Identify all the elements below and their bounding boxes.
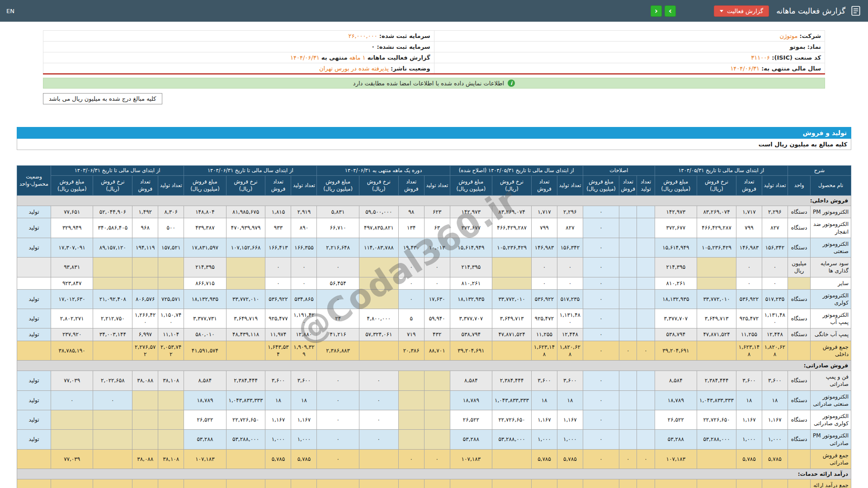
nav-forward-button[interactable]: › <box>665 5 676 17</box>
value-cell <box>226 258 265 277</box>
value-cell: ۱۰۷,۱۵۲,۶۶۸ <box>226 238 265 257</box>
product-name-cell: الکتروموتور صنعتی <box>811 238 851 257</box>
total-row: جمع فروش صادراتی۵,۷۸۵۵,۷۸۵۱۰۷,۱۸۳۰۰۰۵,۷۸… <box>17 449 851 469</box>
value-cell: ۴,۸۰۰,۰۰۰ <box>359 309 398 328</box>
value-cell <box>697 479 736 488</box>
value-cell: ۵,۷۸۵ <box>531 449 557 469</box>
measure-column-header: تعداد فروش <box>132 176 158 196</box>
value-cell: ۲۲,۷۲۶,۶۵۰ <box>226 410 265 429</box>
value-cell: ۸۹,۱۵۷,۱۲۰ <box>93 238 132 257</box>
value-cell: ۰ <box>317 430 359 449</box>
value-cell: ۱۰۷,۱۸۳ <box>184 449 226 469</box>
measure-column-header: تعداد تولید <box>291 176 317 196</box>
product-row: الکتروموتور PMدستگاه۲,۲۹۶۱,۷۱۷۸۳,۲۶۹,۰۷۴… <box>17 206 851 218</box>
section-title-bar: تولید و فروش <box>17 127 851 139</box>
signature-status-bar: i اطلاعات نمایش داده شده با اطلاعات امضا… <box>43 78 825 89</box>
value-cell: ۰ <box>762 258 788 277</box>
value-cell <box>637 206 655 218</box>
status-cell: تولید <box>17 309 51 328</box>
value-cell <box>424 410 450 429</box>
value-cell: ۵۳۴,۸۶۵ <box>291 289 317 309</box>
product-row: الکتروموتور کولریدستگاه۵۱۷,۲۳۵۵۳۶,۹۲۲۳۳,… <box>17 289 851 309</box>
value-cell <box>492 449 532 469</box>
value-cell: ۰ <box>583 371 619 390</box>
product-row: سود سرمایه گذاری هامیلیون ریال۰۰۲۱۴,۳۹۵۰… <box>17 258 851 277</box>
value-cell <box>424 390 450 410</box>
value-cell: ۵۳۶,۹۲۲ <box>265 289 291 309</box>
value-cell <box>398 371 424 390</box>
info-row: کد صنعت (ISIC): ۳۱۱۰۰۶ گزارش فعالیت ماها… <box>43 52 825 63</box>
production-table-container: شرحاز ابتدای سال مالی تا تاریخ ۱۴۰۴/۰۵/۳… <box>17 165 851 488</box>
status-cell: تولید <box>17 218 51 238</box>
value-cell <box>697 258 736 277</box>
value-cell: ۶۲۳ <box>424 206 450 218</box>
nav-back-button[interactable]: ‹ <box>651 5 662 17</box>
period-group-header: اصلاحات <box>583 166 655 176</box>
value-cell: ۰ <box>762 277 788 289</box>
unit-column-header: واحد <box>788 176 810 196</box>
value-cell: ۱۲,۴۴۸ <box>557 328 583 341</box>
value-cell: ۰ <box>51 390 93 410</box>
chevron-left-icon: ‹ <box>655 7 658 15</box>
value-cell: ۵۱۷,۲۳۵ <box>762 289 788 309</box>
units-note: کلیه مبالغ به میلیون ریال است <box>759 141 847 148</box>
value-cell: ۳,۶۰۰ <box>557 371 583 390</box>
value-cell: ۳۸,۰۸۸ <box>132 371 158 390</box>
value-cell: ۱۸ <box>531 390 557 410</box>
value-cell: ۴۶۶,۴۲۹,۲۸۷ <box>697 218 736 238</box>
value-cell: ۲,۲۹۶ <box>557 206 583 218</box>
value-cell: ۰ <box>619 479 637 488</box>
value-cell: ۵۳۸,۷۹۴ <box>450 328 492 341</box>
product-name-cell: جمع درآمد ارائه خدمات <box>811 479 851 488</box>
info-value: ۱۴۰۴/۰۶/۳۱ <box>290 54 320 61</box>
info-value: بموتو <box>790 43 806 50</box>
language-toggle[interactable]: EN <box>6 8 14 14</box>
status-cell <box>17 449 51 469</box>
value-cell: ۱۸ <box>736 390 762 410</box>
value-cell: ۵۳۶,۹۲۲ <box>531 289 557 309</box>
value-cell: ۱۷,۶۳۰ <box>424 289 450 309</box>
value-cell: ۵,۸۳۱ <box>317 206 359 218</box>
value-cell: ۰ <box>424 277 450 289</box>
measure-column-header: مبلغ فروش (میلیون ریال) <box>184 176 226 196</box>
value-cell: ۰ <box>359 430 398 449</box>
value-cell: ۰ <box>762 479 788 488</box>
report-type-button[interactable]: گزارش فعالیت <box>714 5 769 17</box>
value-cell: ۵ <box>398 309 424 328</box>
value-cell: ۳۷۲,۶۷۷ <box>655 218 697 238</box>
amounts-note: کلیه مبالغ درج شده به میلیون ریال می باش… <box>43 93 162 104</box>
value-cell: ۰ <box>583 328 619 341</box>
value-cell: ۱۲,۴۴۸ <box>762 328 788 341</box>
value-cell: ۲۱۴,۳۹۵ <box>450 258 492 277</box>
value-cell <box>93 277 132 289</box>
value-cell <box>619 289 637 309</box>
value-cell <box>637 371 655 390</box>
value-cell: ۰ <box>51 479 93 488</box>
value-cell: ۰ <box>531 277 557 289</box>
value-cell: ۰ <box>265 479 291 488</box>
info-cell: سال مالی منتهی به: ۱۴۰۴/۰۶/۳۱ <box>434 63 825 74</box>
value-cell <box>132 479 158 488</box>
value-cell: ۱,۱۹۱,۴۲۰ <box>291 309 317 328</box>
total-row: جمع فروش داخلی۱,۸۲۰,۶۲۸۱,۶۲۳,۱۴۸۳۹,۲۰۴,۶… <box>17 341 851 360</box>
value-cell <box>619 218 637 238</box>
value-cell: ۴۳۹,۳۸۷ <box>184 218 226 238</box>
value-cell: ۰ <box>317 449 359 469</box>
value-cell: ۲,۸۰۲,۲۷۱ <box>51 309 93 328</box>
value-cell: ۰ <box>317 390 359 410</box>
unit-cell: دستگاه <box>788 218 810 238</box>
measure-column-header: تعداد فروش <box>265 176 291 196</box>
value-cell: ۱۶۶,۳۵۵ <box>291 238 317 257</box>
product-row: الکتروموتور PM صادراتیدستگاه۱,۰۰۰۱,۰۰۰۵۳… <box>17 430 851 449</box>
value-cell: ۰ <box>583 218 619 238</box>
value-cell <box>359 289 398 309</box>
value-cell: ۲,۲۷۶,۵۷۲ <box>132 341 158 360</box>
unit-cell <box>788 449 810 469</box>
value-cell: ۱۰,۰۱۳ <box>424 238 450 257</box>
value-cell <box>158 277 184 289</box>
value-cell: ۳۷۲,۶۷۷ <box>450 218 492 238</box>
measure-column-header: مبلغ فروش (میلیون ریال) <box>450 176 492 196</box>
status-column-header: وضعیت محصول-واحد <box>17 166 51 196</box>
product-row: الکتروموتور صنعتی صادراتیدستگاه۱۸۱۸۱,۰۴۳… <box>17 390 851 410</box>
value-cell <box>158 479 184 488</box>
